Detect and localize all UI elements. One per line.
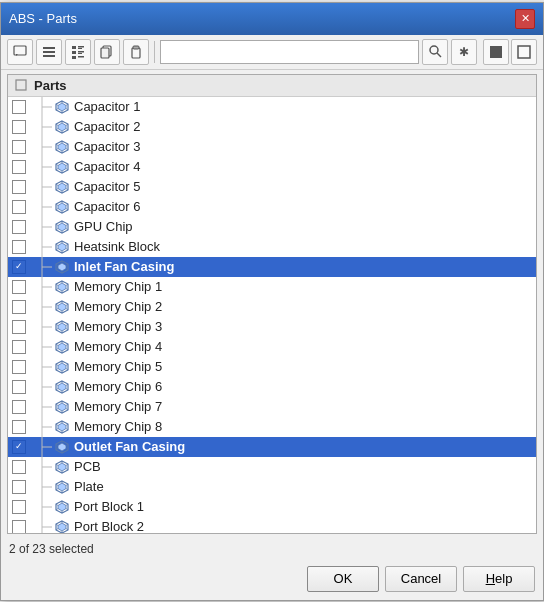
list-item[interactable]: Memory Chip 3 — [8, 317, 536, 337]
list-item[interactable]: Memory Chip 5 — [8, 357, 536, 377]
svg-marker-24 — [58, 103, 66, 111]
item-checkbox[interactable] — [12, 260, 26, 274]
item-checkbox[interactable] — [12, 400, 26, 414]
detail-view-button[interactable] — [65, 39, 91, 65]
view-filled-button[interactable] — [483, 39, 509, 65]
svg-line-17 — [437, 53, 441, 57]
item-label: Memory Chip 6 — [74, 379, 162, 394]
item-checkbox[interactable] — [12, 520, 26, 534]
item-label: Capacitor 4 — [74, 159, 140, 174]
item-indent: Capacitor 1 — [36, 97, 140, 117]
item-indent: Memory Chip 6 — [36, 377, 162, 397]
part-icon — [54, 359, 70, 375]
item-checkbox[interactable] — [12, 360, 26, 374]
list-item[interactable]: Capacitor 6 — [8, 197, 536, 217]
part-icon — [54, 259, 70, 275]
item-checkbox[interactable] — [12, 240, 26, 254]
item-label: Outlet Fan Casing — [74, 439, 185, 454]
item-checkbox[interactable] — [12, 380, 26, 394]
part-icon — [54, 399, 70, 415]
list-item[interactable]: Port Block 1 — [8, 497, 536, 517]
item-checkbox[interactable] — [12, 420, 26, 434]
item-checkbox[interactable] — [12, 140, 26, 154]
item-checkbox[interactable] — [12, 220, 26, 234]
list-item[interactable]: Plate — [8, 477, 536, 497]
tree-lines — [36, 357, 52, 377]
tree-lines — [36, 477, 52, 497]
svg-rect-7 — [72, 51, 76, 54]
svg-marker-94 — [58, 243, 66, 251]
item-label: Memory Chip 5 — [74, 359, 162, 374]
item-checkbox[interactable] — [12, 460, 26, 474]
list-item[interactable]: Memory Chip 7 — [8, 397, 536, 417]
tree-lines — [36, 517, 52, 534]
item-indent: Outlet Fan Casing — [36, 437, 185, 457]
list-item[interactable]: Capacitor 3 — [8, 137, 536, 157]
svg-rect-18 — [490, 46, 502, 58]
item-checkbox[interactable] — [12, 300, 26, 314]
search-input[interactable] — [160, 40, 419, 64]
tree-lines — [36, 117, 52, 137]
svg-rect-2 — [43, 51, 55, 53]
search-button[interactable] — [422, 39, 448, 65]
item-checkbox[interactable] — [12, 340, 26, 354]
list-item[interactable]: Memory Chip 1 — [8, 277, 536, 297]
list-item[interactable]: Capacitor 1 — [8, 97, 536, 117]
svg-marker-194 — [58, 443, 66, 451]
close-button[interactable]: ✕ — [515, 9, 535, 29]
list-item[interactable]: Capacitor 2 — [8, 117, 536, 137]
paste-button[interactable] — [123, 39, 149, 65]
item-checkbox[interactable] — [12, 160, 26, 174]
item-label: Memory Chip 3 — [74, 319, 162, 334]
list-item[interactable]: Memory Chip 4 — [8, 337, 536, 357]
item-checkbox[interactable] — [12, 120, 26, 134]
wildcard-icon: ✱ — [459, 45, 469, 59]
list-view-button[interactable] — [36, 39, 62, 65]
item-checkbox[interactable] — [12, 440, 26, 454]
item-label: Capacitor 3 — [74, 139, 140, 154]
parts-list[interactable]: Parts Capacitor 1 Capacitor 2 Capacitor … — [7, 74, 537, 534]
cancel-button[interactable]: Cancel — [385, 566, 457, 592]
list-item[interactable]: Port Block 2 — [8, 517, 536, 534]
list-item[interactable]: Memory Chip 6 — [8, 377, 536, 397]
list-item[interactable]: Memory Chip 8 — [8, 417, 536, 437]
part-icon — [54, 219, 70, 235]
item-checkbox[interactable] — [12, 320, 26, 334]
list-item[interactable]: Inlet Fan Casing — [8, 257, 536, 277]
part-icon — [54, 499, 70, 515]
svg-marker-34 — [58, 123, 66, 131]
filled-view-icon — [489, 45, 503, 59]
item-label: Capacitor 6 — [74, 199, 140, 214]
item-checkbox[interactable] — [12, 100, 26, 114]
tree-lines — [36, 497, 52, 517]
list-item[interactable]: Heatsink Block — [8, 237, 536, 257]
item-checkbox[interactable] — [12, 180, 26, 194]
item-checkbox[interactable] — [12, 200, 26, 214]
list-item[interactable]: GPU Chip — [8, 217, 536, 237]
item-checkbox[interactable] — [12, 500, 26, 514]
wildcard-button[interactable]: ✱ — [451, 39, 477, 65]
help-button[interactable]: Help — [463, 566, 535, 592]
tree-lines — [36, 317, 52, 337]
status-label: 2 of 23 selected — [9, 542, 94, 556]
list-item[interactable]: Capacitor 4 — [8, 157, 536, 177]
item-checkbox[interactable] — [12, 280, 26, 294]
list-item[interactable]: Memory Chip 2 — [8, 297, 536, 317]
item-checkbox[interactable] — [12, 480, 26, 494]
tree-lines — [36, 437, 52, 457]
list-item[interactable]: PCB — [8, 457, 536, 477]
toolbar: ✱ — [1, 35, 543, 70]
comment-button[interactable] — [7, 39, 33, 65]
window-title: ABS - Parts — [9, 11, 77, 26]
copy-button[interactable] — [94, 39, 120, 65]
dialog-window: ABS - Parts ✕ — [0, 2, 544, 601]
svg-point-16 — [430, 46, 438, 54]
item-indent: Inlet Fan Casing — [36, 257, 174, 277]
svg-marker-44 — [58, 143, 66, 151]
list-item[interactable]: Outlet Fan Casing — [8, 437, 536, 457]
list-item[interactable]: Capacitor 5 — [8, 177, 536, 197]
ok-button[interactable]: OK — [307, 566, 379, 592]
item-indent: Plate — [36, 477, 104, 497]
view-outline-button[interactable] — [511, 39, 537, 65]
header-checkbox[interactable] — [12, 79, 30, 91]
